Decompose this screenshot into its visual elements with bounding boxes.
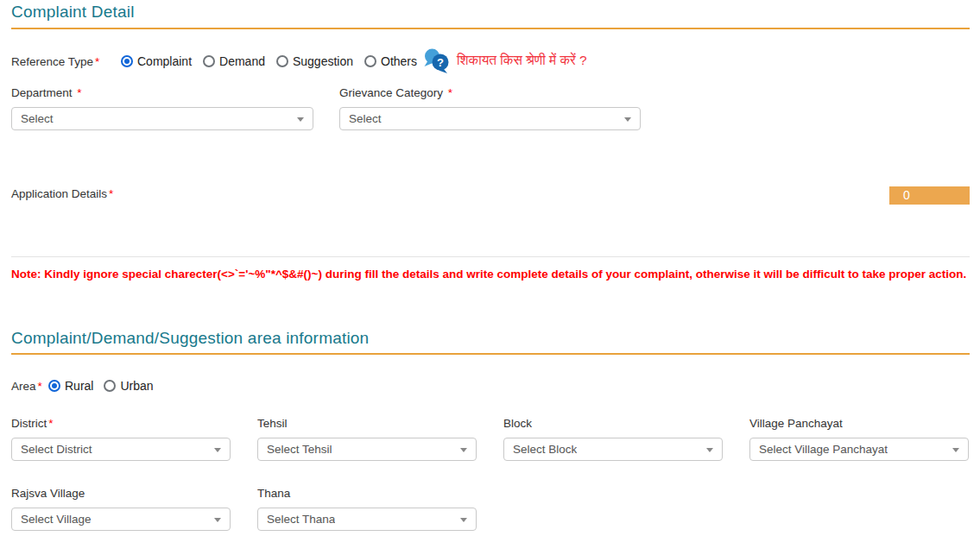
radio-option-others[interactable]: Others bbox=[364, 54, 417, 68]
chevron-down-icon bbox=[214, 448, 221, 452]
chat-bubbles-question-icon[interactable]: ? bbox=[422, 47, 452, 78]
required-asterisk: * bbox=[109, 187, 113, 200]
radio-option-urban[interactable]: Urban bbox=[104, 379, 153, 393]
application-details-label: Application Details* bbox=[11, 187, 113, 200]
village-panchayat-select-value: Select Village Panchayat bbox=[759, 443, 888, 456]
section-title-area-information: Complaint/Demand/Suggestion area informa… bbox=[11, 329, 369, 348]
tehsil-label: Tehsil bbox=[257, 417, 288, 430]
radio-button[interactable] bbox=[276, 55, 288, 67]
chevron-down-icon bbox=[297, 117, 304, 122]
tehsil-select-value: Select Tehsil bbox=[267, 443, 332, 456]
block-select[interactable]: Select Block bbox=[503, 438, 723, 461]
radio-label: Suggestion bbox=[293, 54, 353, 68]
complaint-form-page: Complaint Detail Reference Type* Complai… bbox=[0, 0, 980, 536]
divider bbox=[11, 256, 970, 257]
radio-label: Demand bbox=[219, 54, 265, 68]
thana-select[interactable]: Select Thana bbox=[257, 508, 477, 531]
required-asterisk: * bbox=[77, 86, 81, 99]
radio-button[interactable] bbox=[203, 55, 215, 67]
grievance-category-select[interactable]: Select bbox=[339, 107, 641, 130]
reference-type-label: Reference Type* bbox=[11, 55, 99, 68]
radio-button-selected[interactable] bbox=[121, 55, 133, 67]
chevron-down-icon bbox=[624, 117, 631, 122]
chevron-down-icon bbox=[460, 518, 467, 522]
thana-select-value: Select Thana bbox=[267, 513, 335, 526]
radio-button[interactable] bbox=[364, 55, 376, 67]
char-count-badge: 0 bbox=[889, 186, 970, 205]
rajsva-village-select-value: Select Village bbox=[21, 513, 92, 526]
village-panchayat-label: Village Panchayat bbox=[749, 417, 843, 430]
radio-label: Urban bbox=[120, 379, 153, 393]
chevron-down-icon bbox=[706, 448, 713, 452]
grievance-category-label: Grievance Category * bbox=[339, 86, 452, 99]
thana-label: Thana bbox=[257, 487, 290, 500]
section-underline bbox=[11, 28, 970, 29]
department-select-value: Select bbox=[21, 112, 54, 125]
required-asterisk: * bbox=[38, 380, 42, 393]
village-panchayat-select[interactable]: Select Village Panchayat bbox=[749, 438, 969, 461]
special-character-note: Note: Kindly ignore special charecter(<>… bbox=[11, 268, 977, 281]
required-asterisk: * bbox=[448, 86, 452, 99]
grievance-category-select-value: Select bbox=[349, 112, 382, 125]
radio-label: Complaint bbox=[137, 54, 192, 68]
chevron-down-icon bbox=[460, 448, 467, 452]
reference-type-radio-group: Complaint Demand Suggestion Others bbox=[121, 54, 417, 68]
district-select[interactable]: Select District bbox=[11, 438, 231, 461]
block-select-value: Select Block bbox=[513, 443, 577, 456]
department-select[interactable]: Select bbox=[11, 107, 313, 130]
rajsva-village-select[interactable]: Select Village bbox=[11, 508, 231, 531]
radio-label: Others bbox=[381, 54, 417, 68]
help-text-hindi: शिकायत किस श्रेणी में करें ? bbox=[457, 53, 587, 68]
radio-label: Rural bbox=[65, 379, 93, 393]
district-select-value: Select District bbox=[21, 443, 92, 456]
radio-button[interactable] bbox=[104, 380, 116, 392]
chevron-down-icon bbox=[952, 448, 959, 452]
area-radio-group: Rural Urban bbox=[48, 379, 154, 393]
section-underline bbox=[11, 353, 970, 355]
area-label: Area* bbox=[11, 380, 42, 393]
radio-button-selected[interactable] bbox=[48, 380, 60, 392]
radio-option-rural[interactable]: Rural bbox=[48, 379, 93, 393]
radio-option-suggestion[interactable]: Suggestion bbox=[276, 54, 353, 68]
radio-option-demand[interactable]: Demand bbox=[203, 54, 265, 68]
required-asterisk: * bbox=[48, 417, 53, 430]
svg-text:?: ? bbox=[437, 56, 444, 69]
tehsil-select[interactable]: Select Tehsil bbox=[257, 438, 477, 461]
block-label: Block bbox=[503, 417, 532, 430]
required-asterisk: * bbox=[95, 55, 99, 68]
radio-option-complaint[interactable]: Complaint bbox=[121, 54, 192, 68]
section-title-complaint-detail: Complaint Detail bbox=[11, 3, 135, 22]
rajsva-village-label: Rajsva Village bbox=[11, 487, 85, 500]
department-label: Department * bbox=[11, 86, 82, 99]
district-label: District* bbox=[11, 417, 54, 430]
chevron-down-icon bbox=[214, 518, 221, 522]
